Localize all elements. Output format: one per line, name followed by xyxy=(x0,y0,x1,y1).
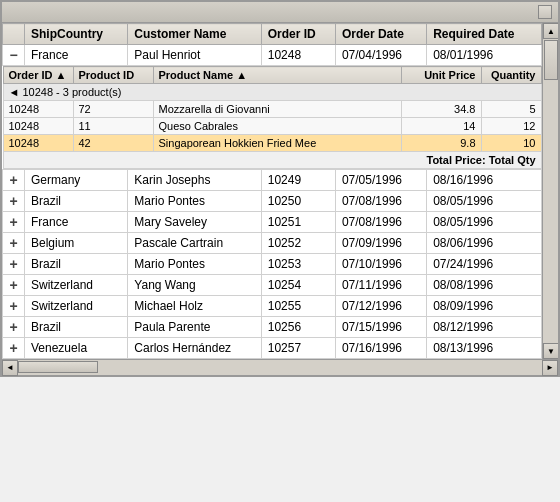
table-row[interactable]: +BrazilPaula Parente1025607/15/199608/12… xyxy=(3,317,542,338)
required-date-cell: 08/08/1996 xyxy=(427,275,542,296)
order-id-cell: 10256 xyxy=(261,317,335,338)
table-row[interactable]: +GermanyKarin Josephs1024907/05/199608/1… xyxy=(3,170,542,191)
required-date-cell: 08/05/1996 xyxy=(427,191,542,212)
sub-col-header-0[interactable]: Order ID ▲ xyxy=(3,67,73,84)
order-date-cell: 07/16/1996 xyxy=(335,338,426,359)
required-date-cell: 08/12/1996 xyxy=(427,317,542,338)
sub-data-row: 1024872Mozzarella di Giovanni34.85 xyxy=(3,101,541,118)
table-row[interactable]: +BelgiumPascale Cartrain1025207/09/19960… xyxy=(3,233,542,254)
order-id-header[interactable]: Order ID xyxy=(261,24,335,45)
ship-country-cell: Belgium xyxy=(25,233,128,254)
ship-country-cell: Brazil xyxy=(25,317,128,338)
h-scroll-left-button[interactable]: ◄ xyxy=(2,360,18,376)
order-id-cell: 10251 xyxy=(261,212,335,233)
sub-cell-2-1: 42 xyxy=(73,135,153,152)
scroll-down-button[interactable]: ▼ xyxy=(543,343,558,359)
horizontal-scrollbar[interactable]: ◄ ► xyxy=(2,359,558,375)
sub-total-cell: Total Price: Total Qty xyxy=(3,152,541,169)
order-id-cell: 10253 xyxy=(261,254,335,275)
order-id-cell: 10257 xyxy=(261,338,335,359)
ship-country-cell: Germany xyxy=(25,170,128,191)
sub-cell-0-1: 72 xyxy=(73,101,153,118)
customer-name-cell: Michael Holz xyxy=(128,296,261,317)
sub-data-row: 1024842Singaporean Hokkien Fried Mee9.81… xyxy=(3,135,541,152)
customer-name-cell: Paul Henriot xyxy=(128,45,261,66)
ship-country-cell: France xyxy=(25,212,128,233)
order-date-cell: 07/12/1996 xyxy=(335,296,426,317)
order-date-header[interactable]: Order Date xyxy=(335,24,426,45)
expand-cell[interactable]: + xyxy=(3,338,25,359)
sub-cell-1-1: 11 xyxy=(73,118,153,135)
shipping-orders-window: ShipCountry Customer Name Order ID Order… xyxy=(0,0,560,377)
order-id-cell: 10248 xyxy=(261,45,335,66)
customer-name-cell: Mary Saveley xyxy=(128,212,261,233)
expand-cell[interactable]: + xyxy=(3,233,25,254)
order-id-cell: 10249 xyxy=(261,170,335,191)
expanded-detail-row: Order ID ▲Product IDProduct Name ▲Unit P… xyxy=(3,66,542,170)
expand-cell[interactable]: + xyxy=(3,170,25,191)
table-row[interactable]: +SwitzerlandYang Wang1025407/11/199608/0… xyxy=(3,275,542,296)
expand-cell[interactable]: − xyxy=(3,45,25,66)
required-date-cell: 08/09/1996 xyxy=(427,296,542,317)
sub-table: Order ID ▲Product IDProduct Name ▲Unit P… xyxy=(3,66,542,169)
ship-country-cell: Switzerland xyxy=(25,296,128,317)
customer-name-cell: Paula Parente xyxy=(128,317,261,338)
h-scroll-right-button[interactable]: ► xyxy=(542,360,558,376)
h-scroll-thumb[interactable] xyxy=(18,361,98,373)
sub-cell-0-4: 5 xyxy=(481,101,541,118)
required-date-cell: 08/01/1996 xyxy=(427,45,542,66)
title-bar xyxy=(2,2,558,23)
main-table: ShipCountry Customer Name Order ID Order… xyxy=(2,23,542,359)
order-date-cell: 07/05/1996 xyxy=(335,170,426,191)
scroll-up-button[interactable]: ▲ xyxy=(543,23,558,39)
sub-cell-1-0: 10248 xyxy=(3,118,73,135)
sub-cell-2-3: 9.8 xyxy=(401,135,481,152)
customer-name-cell: Mario Pontes xyxy=(128,191,261,212)
table-row[interactable]: +FranceMary Saveley1025107/08/199608/05/… xyxy=(3,212,542,233)
table-row[interactable]: +BrazilMario Pontes1025307/10/199607/24/… xyxy=(3,254,542,275)
sub-cell-1-4: 12 xyxy=(481,118,541,135)
expand-cell[interactable]: + xyxy=(3,317,25,338)
table-row[interactable]: +SwitzerlandMichael Holz1025507/12/19960… xyxy=(3,296,542,317)
ship-country-header[interactable]: ShipCountry xyxy=(25,24,128,45)
scroll-thumb[interactable] xyxy=(544,40,558,80)
expand-cell[interactable]: + xyxy=(3,254,25,275)
customer-name-cell: Mario Pontes xyxy=(128,254,261,275)
table-row[interactable]: −FrancePaul Henriot1024807/04/199608/01/… xyxy=(3,45,542,66)
required-date-cell: 08/05/1996 xyxy=(427,212,542,233)
sub-group-row: ◄ 10248 - 3 product(s) xyxy=(3,84,541,101)
expand-cell[interactable]: + xyxy=(3,275,25,296)
order-id-cell: 10250 xyxy=(261,191,335,212)
vertical-scrollbar[interactable]: ▲ ▼ xyxy=(542,23,558,359)
customer-name-cell: Carlos Hernández xyxy=(128,338,261,359)
sub-col-header-2[interactable]: Product Name ▲ xyxy=(153,67,401,84)
sub-cell-2-2: Singaporean Hokkien Fried Mee xyxy=(153,135,401,152)
customer-name-header[interactable]: Customer Name xyxy=(128,24,261,45)
sub-cell-1-2: Queso Cabrales xyxy=(153,118,401,135)
order-date-cell: 07/04/1996 xyxy=(335,45,426,66)
sub-col-header-1[interactable]: Product ID xyxy=(73,67,153,84)
expand-cell[interactable]: + xyxy=(3,191,25,212)
required-date-cell: 08/16/1996 xyxy=(427,170,542,191)
ship-country-cell: Brazil xyxy=(25,191,128,212)
order-id-cell: 10252 xyxy=(261,233,335,254)
close-button[interactable] xyxy=(538,5,552,19)
required-date-header[interactable]: Required Date xyxy=(427,24,542,45)
main-table-header: ShipCountry Customer Name Order ID Order… xyxy=(3,24,542,45)
sub-cell-2-0: 10248 xyxy=(3,135,73,152)
sub-col-header-4[interactable]: Quantity xyxy=(481,67,541,84)
sub-col-header-3[interactable]: Unit Price xyxy=(401,67,481,84)
expand-cell[interactable]: + xyxy=(3,212,25,233)
customer-name-cell: Karin Josephs xyxy=(128,170,261,191)
table-row[interactable]: +BrazilMario Pontes1025007/08/199608/05/… xyxy=(3,191,542,212)
required-date-cell: 08/06/1996 xyxy=(427,233,542,254)
sub-cell-0-3: 34.8 xyxy=(401,101,481,118)
order-date-cell: 07/08/1996 xyxy=(335,212,426,233)
expand-cell[interactable]: + xyxy=(3,296,25,317)
order-date-cell: 07/10/1996 xyxy=(335,254,426,275)
expanded-detail-cell: Order ID ▲Product IDProduct Name ▲Unit P… xyxy=(3,66,542,170)
sub-cell-1-3: 14 xyxy=(401,118,481,135)
table-row[interactable]: +VenezuelaCarlos Hernández1025707/16/199… xyxy=(3,338,542,359)
expand-col-header xyxy=(3,24,25,45)
required-date-cell: 07/24/1996 xyxy=(427,254,542,275)
